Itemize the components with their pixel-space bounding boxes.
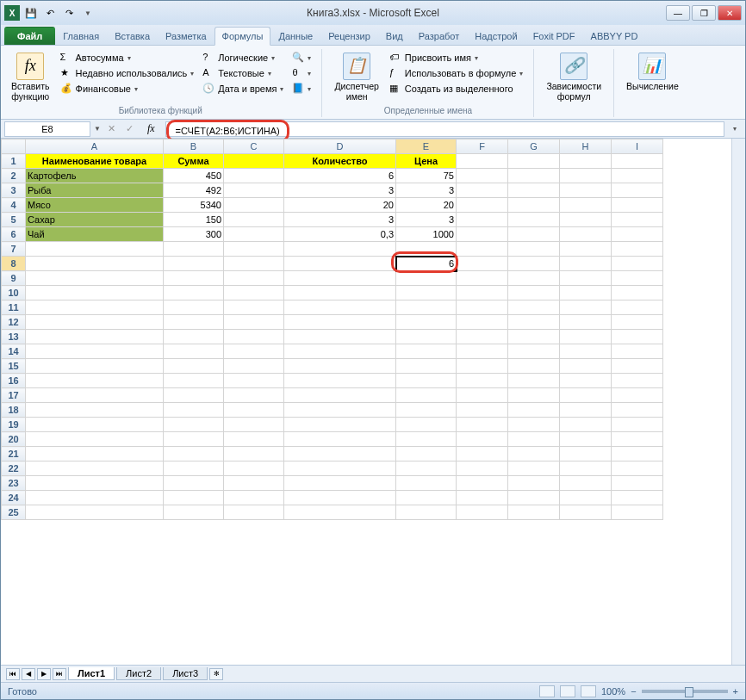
- close-button[interactable]: ✕: [718, 5, 742, 21]
- tab-insert[interactable]: Вставка: [107, 27, 158, 45]
- formula-expand-icon[interactable]: ▾: [728, 125, 742, 133]
- row-header-9[interactable]: 9: [2, 271, 26, 286]
- col-header-F[interactable]: F: [457, 139, 508, 154]
- logical-button[interactable]: ?Логические▾: [201, 51, 285, 65]
- cancel-icon[interactable]: ✕: [104, 123, 119, 134]
- save-icon[interactable]: 💾: [23, 5, 39, 21]
- zoom-in-icon[interactable]: +: [733, 686, 738, 697]
- header-sum[interactable]: Сумма: [164, 154, 224, 169]
- row-header-8[interactable]: 8: [2, 257, 26, 271]
- enter-icon[interactable]: ✓: [122, 123, 137, 134]
- row-header-14[interactable]: 14: [2, 344, 26, 359]
- row-header-6[interactable]: 6: [2, 227, 26, 242]
- row-header-19[interactable]: 19: [2, 418, 26, 432]
- col-header-E[interactable]: E: [396, 139, 457, 154]
- cell-name-6[interactable]: Чай: [26, 227, 164, 242]
- row-header-12[interactable]: 12: [2, 315, 26, 330]
- define-name-button[interactable]: 🏷Присвоить имя▾: [388, 51, 525, 65]
- row-header-24[interactable]: 24: [2, 491, 26, 505]
- normal-view-icon[interactable]: [539, 685, 555, 697]
- row-header-4[interactable]: 4: [2, 198, 26, 213]
- row-header-2[interactable]: 2: [2, 169, 26, 183]
- col-header-A[interactable]: A: [26, 139, 164, 154]
- vertical-scrollbar[interactable]: [731, 139, 745, 665]
- cell-name-4[interactable]: Мясо: [26, 198, 164, 213]
- more-button[interactable]: 📘▾: [290, 82, 313, 96]
- name-manager-button[interactable]: 📋 Диспетчер имен: [331, 51, 382, 103]
- zoom-out-icon[interactable]: −: [631, 686, 636, 697]
- tab-foxit[interactable]: Foxit PDF: [525, 27, 583, 45]
- tab-formulas[interactable]: Формулы: [214, 27, 271, 46]
- sheet-tab-3[interactable]: Лист3: [163, 667, 208, 680]
- maximize-button[interactable]: ❐: [692, 5, 716, 21]
- tab-file[interactable]: Файл: [4, 27, 55, 45]
- first-sheet-icon[interactable]: ⏮: [6, 668, 20, 680]
- last-sheet-icon[interactable]: ⏭: [53, 668, 66, 680]
- row-header-10[interactable]: 10: [2, 286, 26, 300]
- header-price[interactable]: Цена: [396, 154, 457, 169]
- tab-review[interactable]: Рецензир: [320, 27, 378, 45]
- tab-addins[interactable]: Надстрой: [467, 27, 525, 45]
- cell-e8-result[interactable]: 6: [396, 257, 457, 271]
- cell-sum-2[interactable]: 450: [164, 169, 224, 183]
- zoom-slider[interactable]: [642, 690, 728, 693]
- row-header-13[interactable]: 13: [2, 330, 26, 344]
- cell-price-6[interactable]: 1000: [396, 227, 457, 242]
- row-header-1[interactable]: 1: [2, 154, 26, 169]
- prev-sheet-icon[interactable]: ◀: [22, 668, 35, 680]
- cell-price-5[interactable]: 3: [396, 213, 457, 227]
- tab-developer[interactable]: Разработ: [411, 27, 467, 45]
- row-header-16[interactable]: 16: [2, 374, 26, 388]
- insert-function-button[interactable]: fx Вставить функцию: [8, 51, 53, 103]
- row-header-5[interactable]: 5: [2, 213, 26, 227]
- cell-qty-3[interactable]: 3: [284, 183, 396, 198]
- header-qty[interactable]: Количество: [284, 154, 396, 169]
- col-header-D[interactable]: D: [284, 139, 396, 154]
- cell-price-3[interactable]: 3: [396, 183, 457, 198]
- financial-button[interactable]: 💰Финансовые▾: [59, 82, 196, 96]
- sheet-tab-1[interactable]: Лист1: [68, 667, 115, 680]
- cell-qty-2[interactable]: 6: [284, 169, 396, 183]
- row-header-17[interactable]: 17: [2, 388, 26, 403]
- name-box[interactable]: E8: [4, 121, 90, 137]
- row-header-23[interactable]: 23: [2, 476, 26, 491]
- namebox-dropdown-icon[interactable]: ▼: [94, 125, 101, 133]
- qat-dropdown-icon[interactable]: ▼: [80, 5, 96, 21]
- col-header-C[interactable]: C: [224, 139, 284, 154]
- formula-auditing-button[interactable]: 🔗 Зависимости формул: [543, 51, 605, 103]
- cell-price-4[interactable]: 20: [396, 198, 457, 213]
- cell-name-2[interactable]: Картофель: [26, 169, 164, 183]
- row-header-22[interactable]: 22: [2, 462, 26, 476]
- tab-home[interactable]: Главная: [55, 27, 107, 45]
- col-header-B[interactable]: B: [164, 139, 224, 154]
- row-header-7[interactable]: 7: [2, 242, 26, 257]
- new-sheet-icon[interactable]: ✻: [209, 668, 223, 680]
- worksheet-grid[interactable]: ABCDEFGHI1Наименование товараСуммаКоличе…: [1, 139, 745, 665]
- page-layout-view-icon[interactable]: [560, 685, 575, 697]
- text-button[interactable]: AТекстовые▾: [201, 66, 285, 80]
- header-name[interactable]: Наименование товара: [26, 154, 164, 169]
- row-header-11[interactable]: 11: [2, 300, 26, 315]
- create-from-selection-button[interactable]: ▦Создать из выделенного: [388, 82, 525, 96]
- tab-data[interactable]: Данные: [270, 27, 320, 45]
- row-header-3[interactable]: 3: [2, 183, 26, 198]
- cell-name-3[interactable]: Рыба: [26, 183, 164, 198]
- cell-qty-4[interactable]: 20: [284, 198, 396, 213]
- cell-qty-6[interactable]: 0,3: [284, 227, 396, 242]
- select-all-corner[interactable]: [2, 139, 26, 154]
- use-in-formula-button[interactable]: ƒИспользовать в формуле▾: [388, 66, 525, 80]
- undo-icon[interactable]: ↶: [42, 5, 58, 21]
- row-header-18[interactable]: 18: [2, 403, 26, 418]
- calculation-button[interactable]: 📊 Вычисление: [623, 51, 682, 94]
- recent-button[interactable]: ★Недавно использовались▾: [59, 66, 196, 80]
- lookup-button[interactable]: 🔍▾: [290, 51, 313, 65]
- col-header-I[interactable]: I: [612, 139, 663, 154]
- math-button[interactable]: θ▾: [290, 66, 313, 80]
- row-header-21[interactable]: 21: [2, 447, 26, 462]
- tab-view[interactable]: Вид: [378, 27, 411, 45]
- redo-icon[interactable]: ↷: [61, 5, 77, 21]
- header-blank[interactable]: [224, 154, 284, 169]
- cell-name-5[interactable]: Сахар: [26, 213, 164, 227]
- row-header-25[interactable]: 25: [2, 505, 26, 520]
- col-header-H[interactable]: H: [560, 139, 612, 154]
